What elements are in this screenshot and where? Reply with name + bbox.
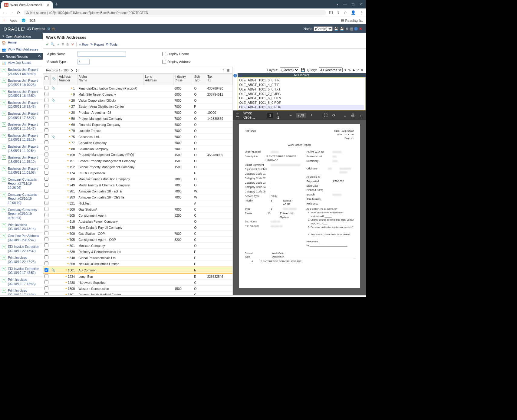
sidebar-report-item[interactable]: ✎Print Invoices (02/10/19 22:47:25): [0, 254, 43, 265]
pdf-more-icon[interactable]: ⋮: [359, 113, 363, 117]
zoom-level[interactable]: 75%: [296, 113, 306, 118]
table-row[interactable]: • 281Almacen Compañía 28 - ESTE7000W: [43, 188, 232, 194]
col-long-address[interactable]: Long Address: [144, 74, 173, 83]
refresh-icon[interactable]: ⟳: [38, 54, 41, 58]
row-checkbox[interactable]: [44, 183, 48, 187]
display-address-checkbox[interactable]: Display Address: [162, 60, 205, 64]
table-row[interactable]: • 9Multi-Site Target Company6000O2387945…: [43, 91, 232, 97]
row-checkbox[interactable]: [44, 207, 48, 211]
table-row[interactable]: • 505Consignment Agent5200C: [43, 212, 232, 218]
sidebar-report-item[interactable]: ✎Print Invoices (02/10/19 17:41:34): [0, 287, 43, 295]
sidebar-report-item[interactable]: ✎Business Unit Report (18/05/21 11:25:19…: [0, 133, 43, 143]
row-checkbox[interactable]: [44, 292, 48, 295]
table-row[interactable]: • 174CT Oil CorporationF: [43, 170, 232, 176]
table-row[interactable]: • 1234Long, BenE225632546: [43, 273, 232, 280]
ok-icon[interactable]: ✔: [46, 42, 49, 46]
key-icon[interactable]: ⚿: [329, 10, 333, 15]
row-checkbox[interactable]: [44, 159, 48, 162]
col-alpha-name[interactable]: Alpha Name: [77, 74, 143, 83]
table-row[interactable]: • 500Gas StationA7000C: [43, 206, 232, 212]
row-menu[interactable]: ≡Row: [79, 43, 88, 46]
row-checkbox[interactable]: [44, 122, 48, 126]
browser-tab[interactable]: E1 Work With Addresses ✕: [1, 1, 53, 8]
file-list-item[interactable]: OLE_ABGT_1001_3_0.TIF: [239, 78, 364, 83]
last-page-icon[interactable]: ❯|: [75, 68, 79, 72]
sidebar-report-item[interactable]: ✎EDI Invoice Extraction (02/10/19 22:47:…: [0, 244, 43, 254]
sidebar-report-item[interactable]: ✎Business Unit Report (18/05/21 11:26:47…: [0, 121, 43, 132]
row-checkbox[interactable]: [44, 146, 48, 150]
table-row[interactable]: • 80Colombian Company7000O: [43, 146, 232, 152]
info-icon[interactable]: i: [354, 27, 358, 31]
file-list-item[interactable]: OLE_ABGT_1001_9_0.PDF: [239, 105, 364, 110]
maximize-icon[interactable]: ▢: [351, 2, 354, 6]
sidebar-report-item[interactable]: ✎Company Constants Report (03/10/19 10:0…: [0, 192, 43, 207]
customize-grid-icon[interactable]: ▦: [226, 68, 229, 72]
file-list[interactable]: OLE_ABGT_1001_3_0.TIFOLE_ABGT_1001_4_0.T…: [238, 77, 366, 110]
row-checkbox[interactable]: [44, 140, 48, 144]
table-row[interactable]: • 200Manufacturing/Distribution Company7…: [43, 176, 232, 182]
sidebar-report-item[interactable]: ✎Business Unit Report (18/05/21 11:03:08…: [0, 166, 43, 176]
sidebar-report-item[interactable]: ✎Business Unit Report (20/05/21 17:33:27…: [0, 110, 43, 121]
table-row[interactable]: • 610Australian Payroll CompanyO: [43, 218, 232, 225]
table-row[interactable]: 📎• 20Vision Corporation (Glück)7000O: [43, 97, 232, 103]
table-row[interactable]: • 151Lessee Property Management Company1…: [43, 158, 232, 164]
row-checkbox[interactable]: [44, 268, 48, 272]
run-query-icon[interactable]: ▶: [353, 68, 355, 72]
download-icon[interactable]: ⭳: [343, 113, 347, 117]
address-field[interactable]: ⚠ Not secure | e92js:1020/jde/E1Menu.maf…: [24, 10, 326, 15]
help-icon[interactable]: ?: [357, 68, 359, 72]
file-list-item[interactable]: OLE_ABGT_1001_6_0.HTM: [239, 96, 364, 100]
row-checkbox[interactable]: [44, 286, 48, 290]
row-checkbox[interactable]: [44, 225, 48, 229]
table-row[interactable]: • 28Prueba - Argentina - 287000O10000: [43, 110, 232, 116]
row-checkbox[interactable]: [44, 92, 48, 96]
back-icon[interactable]: ←: [2, 10, 7, 15]
table-row[interactable]: • 249Model Energy & Chemical Company7000…: [43, 182, 232, 188]
delete-icon[interactable]: 🗑: [66, 43, 69, 46]
attachment-icon[interactable]: 📎: [51, 98, 55, 102]
sidebar-report-item[interactable]: ✎Company Constants Report (03/10/19 09:5…: [0, 207, 43, 222]
row-checkbox[interactable]: [44, 177, 48, 181]
sidebar-report-item[interactable]: ✎EDI Invoice Extraction (02/10/19 17:42:…: [0, 266, 43, 277]
table-row[interactable]: • 70Luxe de France7000O: [43, 128, 232, 134]
sidebar-work-with-addresses[interactable]: 👥Work With Addresses: [0, 46, 43, 53]
table-row[interactable]: • 60Financial Reporting Company6000O: [43, 122, 232, 128]
grid-scroll[interactable]: 📎 Address Number Alpha Name Long Address…: [43, 73, 232, 295]
row-checkbox[interactable]: [44, 219, 48, 223]
apps-icon[interactable]: ⠿: [3, 18, 5, 22]
table-row[interactable]: • 830Refinery & Petrochemicals LtdF: [43, 249, 232, 255]
sidebar-report-item[interactable]: ✎Business Unit Report (18/05/21 11:20:54…: [0, 143, 43, 154]
rotate-icon[interactable]: ⟲: [332, 113, 335, 117]
layout-select[interactable]: (Create): [280, 67, 299, 72]
row-checkbox[interactable]: [44, 165, 48, 169]
export-icon[interactable]: ⤒: [222, 68, 225, 72]
display-phone-checkbox[interactable]: Display Phone: [162, 52, 205, 56]
attachment-icon[interactable]: 📎: [51, 135, 55, 138]
pdf-viewport[interactable]: R5548425 Date - 12/17/2002 Time - 16:30:…: [233, 120, 366, 295]
row-checkbox[interactable]: [44, 110, 48, 114]
table-row[interactable]: • 705Consignment Agent - COP5200C: [43, 237, 232, 243]
tools-menu[interactable]: ⚙Tools: [106, 42, 117, 46]
print-icon[interactable]: 🖶: [351, 113, 355, 117]
table-row[interactable]: • 1501Denver Health Medical CenterC: [43, 292, 232, 296]
globe-icon[interactable]: 🌐: [21, 18, 26, 22]
next-page-icon[interactable]: ❯: [71, 68, 73, 72]
reading-list[interactable]: Reading list: [345, 19, 363, 22]
close-rp-icon[interactable]: ✕: [361, 68, 363, 72]
col-industry-class[interactable]: Industry Class: [173, 74, 193, 83]
recent-reports-header[interactable]: ▼Recent Reports⟳: [0, 53, 43, 60]
row-checkbox[interactable]: [44, 201, 48, 205]
row-checkbox[interactable]: [44, 213, 48, 217]
info-badge-icon[interactable]: i: [233, 74, 237, 77]
table-row[interactable]: • 152Global Property Management Company1…: [43, 164, 232, 170]
col-address-number[interactable]: Address Number: [58, 74, 77, 83]
alpha-name-input[interactable]: [77, 51, 126, 57]
file-list-item[interactable]: OLE_ABGT_1001_5_0.TXT: [239, 87, 364, 92]
table-row[interactable]: • 1500Western Construction1500O: [43, 286, 232, 292]
table-row[interactable]: • 321NickTestA: [43, 200, 232, 206]
table-row[interactable]: 📎• 1Financial/Distribution Company (Русс…: [43, 85, 232, 91]
minimize-icon[interactable]: —: [343, 2, 347, 6]
zoom-in-icon[interactable]: +: [311, 113, 313, 117]
new-tab-button[interactable]: +: [55, 2, 58, 7]
sidebar-report-item[interactable]: ✎One Line Per Address (02/10/19 23:09:47…: [0, 233, 43, 244]
